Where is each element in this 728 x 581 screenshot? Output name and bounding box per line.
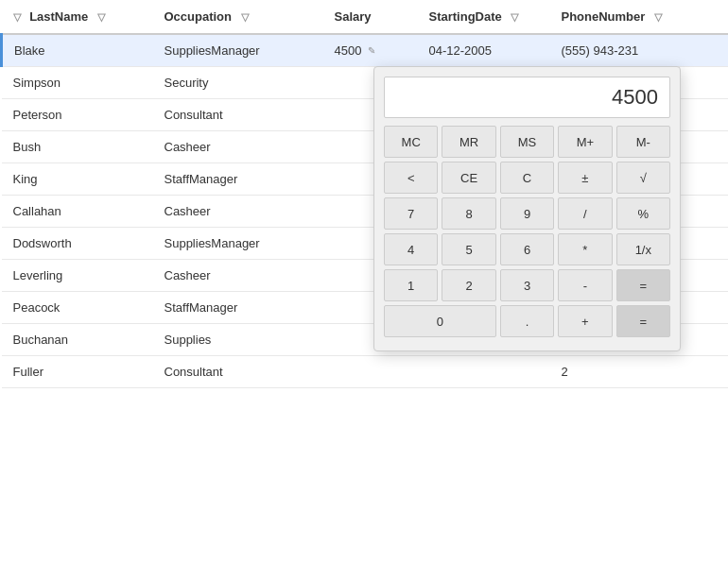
filter-icon-lastname-left[interactable]: ▽ — [13, 11, 21, 24]
calc-btn-decimal[interactable]: . — [500, 305, 554, 337]
calculator-row3: 4 5 6 * 1/x — [384, 233, 670, 265]
calc-btn-plusminus[interactable]: ± — [558, 162, 612, 194]
calc-btn-add[interactable]: + — [558, 305, 612, 337]
calculator-row2: 7 8 9 / % — [384, 197, 670, 230]
table-header-row: ▽ LastName ▽ Occupation ▽ Salary Startin… — [2, 0, 729, 34]
calc-btn-1[interactable]: 1 — [384, 269, 438, 301]
col-label-salary: Salary — [335, 9, 372, 24]
calc-btn-sqrt[interactable]: √ — [616, 162, 670, 194]
cell-lastname: Leverling — [2, 260, 153, 292]
calculator-display-value: 4500 — [612, 85, 658, 110]
salary-value: 4500 — [335, 43, 362, 58]
calc-btn-5[interactable]: 5 — [442, 233, 495, 265]
calc-btn-equals[interactable]: = — [616, 269, 670, 301]
cell-salary[interactable]: 4500✎ — [323, 34, 418, 67]
col-header-lastname[interactable]: ▽ LastName ▽ — [2, 0, 153, 34]
calc-btn-3[interactable]: 3 — [500, 269, 554, 301]
calc-btn-MS[interactable]: MS — [500, 126, 554, 158]
cell-lastname: Simpson — [2, 67, 153, 99]
cell-occupation: Security — [153, 67, 323, 99]
main-container: ▽ LastName ▽ Occupation ▽ Salary Startin… — [0, 0, 728, 581]
calculator-row1: < CE C ± √ — [384, 162, 670, 194]
calc-btn-0[interactable]: 0 — [384, 305, 496, 337]
cell-salary[interactable] — [323, 356, 418, 388]
calc-btn-multiply[interactable]: * — [558, 233, 612, 265]
calculator-memory-row: MC MR MS M+ M- — [384, 126, 670, 158]
cell-occupation: SuppliesManager — [153, 34, 323, 67]
calc-btn-4[interactable]: 4 — [384, 233, 438, 265]
cell-lastname: Bush — [2, 131, 153, 163]
col-label-lastname: LastName — [29, 9, 88, 24]
cell-occupation: Supplies — [153, 324, 323, 356]
calc-btn-MR[interactable]: MR — [442, 126, 495, 158]
col-header-salary[interactable]: Salary — [323, 0, 418, 34]
cell-lastname: Buchanan — [2, 324, 153, 356]
calc-btn-MC[interactable]: MC — [384, 126, 438, 158]
calc-btn-subtract[interactable]: - — [558, 269, 612, 301]
col-label-startingdate: StartingDate — [429, 9, 502, 24]
calc-btn-back[interactable]: < — [384, 162, 438, 194]
cell-startingdate: 04-12-2005 — [418, 34, 550, 67]
cell-lastname: King — [2, 163, 153, 196]
calc-btn-percent[interactable]: % — [616, 197, 670, 230]
calc-btn-CE[interactable]: CE — [442, 162, 495, 194]
cell-occupation: StaffManager — [153, 292, 323, 324]
cell-phonenumber: 2 — [550, 356, 729, 388]
calc-btn-reciprocal[interactable]: 1/x — [616, 233, 670, 265]
cell-occupation: StaffManager — [153, 163, 323, 196]
cell-occupation: Consultant — [153, 356, 323, 388]
table-row[interactable]: BlakeSuppliesManager4500✎04-12-2005(555)… — [2, 34, 729, 67]
col-label-occupation: Occupation — [165, 9, 233, 24]
cell-occupation: Casheer — [153, 196, 323, 228]
calc-btn-Mminus[interactable]: M- — [616, 126, 670, 158]
calc-btn-C[interactable]: C — [500, 162, 554, 194]
calculator-row5: 0 . + = — [384, 305, 670, 337]
cell-occupation: Casheer — [153, 260, 323, 292]
cell-lastname: Peterson — [2, 99, 153, 131]
cell-occupation: Casheer — [153, 131, 323, 163]
calc-btn-divide[interactable]: / — [558, 197, 612, 230]
calculator-display: 4500 — [384, 77, 670, 118]
cell-lastname: Callahan — [2, 196, 153, 228]
cell-occupation: Consultant — [153, 99, 323, 131]
cell-occupation: SuppliesManager — [153, 228, 323, 260]
col-header-startingdate[interactable]: StartingDate ▽ — [418, 0, 550, 34]
calc-btn-7[interactable]: 7 — [384, 197, 438, 230]
filter-icon-phonenumber-right[interactable]: ▽ — [654, 11, 662, 24]
calc-btn-2[interactable]: 2 — [442, 269, 495, 301]
col-label-phonenumber: PhoneNumber — [562, 9, 646, 24]
col-header-occupation[interactable]: Occupation ▽ — [153, 0, 323, 34]
cell-lastname: Blake — [2, 34, 153, 67]
cell-lastname: Peacock — [2, 292, 153, 324]
calc-btn-9[interactable]: 9 — [500, 197, 554, 230]
cell-phonenumber: (555) 943-231 — [550, 34, 729, 67]
edit-icon[interactable]: ✎ — [365, 44, 378, 58]
table-row[interactable]: FullerConsultant2 — [2, 356, 729, 388]
calc-btn-6[interactable]: 6 — [500, 233, 554, 265]
filter-icon-startingdate-right[interactable]: ▽ — [511, 11, 518, 24]
cell-lastname: Fuller — [2, 356, 153, 388]
filter-icon-lastname-right[interactable]: ▽ — [97, 11, 105, 24]
calc-btn-Mplus[interactable]: M+ — [558, 126, 612, 158]
calc-btn-equals-bottom[interactable]: = — [616, 305, 670, 337]
calc-btn-8[interactable]: 8 — [442, 197, 495, 230]
cell-lastname: Dodsworth — [2, 228, 153, 260]
col-header-phonenumber[interactable]: PhoneNumber ▽ — [550, 0, 729, 34]
calculator-row4: 1 2 3 - = — [384, 269, 670, 301]
filter-icon-occupation-right[interactable]: ▽ — [241, 11, 249, 24]
calculator-overlay: 4500 MC MR MS M+ M- < CE C ± √ 7 8 9 / %… — [373, 66, 681, 351]
cell-startingdate — [418, 356, 550, 388]
